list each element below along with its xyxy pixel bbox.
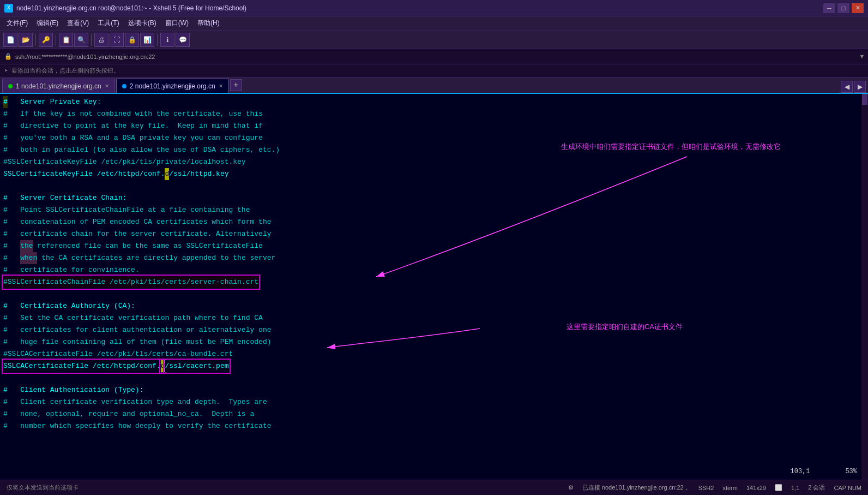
size-text: 141x29 — [746, 485, 766, 491]
line-14: # when the CA certificates are directly … — [3, 252, 868, 264]
line-2: # If the key is not combined with the ce… — [3, 108, 868, 120]
toolbar-key[interactable]: 🔑 — [39, 33, 53, 47]
add-tab-button[interactable]: + — [230, 79, 242, 91]
toolbar-open[interactable]: 📂 — [19, 33, 33, 47]
menu-edit[interactable]: 编辑(E) — [32, 17, 63, 29]
tab-1-close[interactable]: ✕ — [105, 83, 109, 89]
line-3: # directive to point at the key file. Ke… — [3, 120, 868, 132]
window-title: node101.yinzhengjie.org.cn root@node101:… — [16, 4, 246, 12]
toolbar-sep3 — [91, 34, 92, 46]
cursor-text: ⬜ — [775, 484, 782, 491]
line-18: # Certificate Authority (CA): — [3, 300, 868, 312]
tab-1[interactable]: 1 node101.yinzhengjie.org.cn ✕ — [2, 79, 115, 93]
line-20: # certificates for client authentication… — [3, 324, 868, 336]
terminal-wrapper: # Server Private Key: # If the key is no… — [0, 94, 868, 480]
line-24 — [3, 372, 868, 384]
line-23: SSLCACertificateFile /etc/httpd/conf.d/s… — [3, 360, 868, 372]
line-26: # Client certificate verification type a… — [3, 396, 868, 408]
toolbar-sep4 — [157, 34, 158, 46]
toolbar-new[interactable]: 📄 — [3, 33, 17, 47]
statusbar-left-text: 仅将文本发送到当前选项卡 — [7, 484, 79, 492]
term-text: xterm — [722, 485, 738, 491]
toolbar-find[interactable]: 🔍 — [74, 33, 88, 47]
cursor-position: 103,1 53% — [791, 468, 857, 475]
titlebar: X node101.yinzhengjie.org.cn root@node10… — [0, 0, 868, 16]
titlebar-left: X node101.yinzhengjie.org.cn root@node10… — [4, 4, 246, 13]
line-5: # both in parallel (to also allow the us… — [3, 144, 868, 156]
minimize-button[interactable]: ─ — [823, 3, 835, 13]
address-lock-icon: 🔒 — [4, 53, 12, 60]
statusbar-right: ⚙ 已连接 node101.yinzhengjie.org.cn:22， SSH… — [568, 484, 861, 492]
menu-window[interactable]: 窗口(W) — [161, 17, 193, 29]
address-dropdown-icon[interactable]: ▼ — [860, 53, 864, 60]
toolbar-sep2 — [56, 34, 56, 46]
line-4: # you've both a RSA and a DSA private ke… — [3, 132, 868, 144]
line-22: #SSLCACertificateFile /etc/pki/tls/certs… — [3, 348, 868, 360]
close-button[interactable]: ✕ — [852, 3, 864, 13]
infobar-text: 要添加当前会话，点击左侧的箭头按钮。 — [11, 67, 119, 75]
line-16: #SSLCertificateChainFile /etc/pki/tls/ce… — [3, 276, 868, 288]
info-arrow-icon: ➤ — [4, 67, 8, 74]
toolbar-screen[interactable]: ⛶ — [110, 33, 124, 47]
ssh-text: SSH2 — [698, 485, 714, 491]
line-28: # number which specifies how deeply to v… — [3, 420, 868, 432]
toolbar-copy[interactable]: 📋 — [59, 33, 73, 47]
line-9: # Server Certificate Chain: — [3, 192, 868, 204]
tab-2-close[interactable]: ✕ — [219, 83, 223, 89]
tab-next-button[interactable]: ▶ — [854, 81, 866, 93]
maximize-button[interactable]: □ — [837, 3, 849, 13]
line-19: # Set the CA certificate verification pa… — [3, 312, 868, 324]
line-21: # huge file containing all of them (file… — [3, 336, 868, 348]
line-25: # Client Authentication (Type): — [3, 384, 868, 396]
window-controls[interactable]: ─ □ ✕ — [823, 3, 864, 13]
infobar: ➤ 要添加当前会话，点击左侧的箭头按钮。 — [0, 64, 868, 77]
sessions-text: 2 会话 — [808, 484, 825, 492]
tab-nav: ◀ ▶ — [841, 81, 866, 93]
line-27: # none, optional, require and optional_n… — [3, 408, 868, 420]
tab-2-indicator — [122, 84, 126, 88]
line-7: SSLCertificateKeyFile /etc/httpd/conf.d/… — [3, 168, 868, 180]
app-window: X node101.yinzhengjie.org.cn root@node10… — [0, 0, 868, 495]
menu-help[interactable]: 帮助(H) — [193, 17, 224, 29]
tab-prev-button[interactable]: ◀ — [841, 81, 853, 93]
toolbar-info[interactable]: ℹ — [160, 33, 174, 47]
toolbar-monitor[interactable]: 📊 — [140, 33, 154, 47]
line-8 — [3, 180, 868, 192]
address-text: ssh://root:***********@node101.yinzhengj… — [15, 53, 857, 60]
toolbar: 📄 📂 🔑 📋 🔍 🖨 ⛶ 🔒 📊 ℹ 💬 — [0, 31, 868, 49]
toolbar-sep1 — [35, 34, 36, 46]
menu-tools[interactable]: 工具(T) — [93, 17, 123, 29]
tab-2-label: 2 node101.yinzhengjie.org.cn — [130, 82, 215, 90]
line-13: # the referenced file can be the same as… — [3, 240, 868, 252]
caps-text: CAP NUM — [834, 485, 861, 491]
line-12: # certificate chain for the server certi… — [3, 228, 868, 240]
tab-2[interactable]: 2 node101.yinzhengjie.org.cn ✕ — [116, 79, 229, 93]
tab-1-label: 1 node101.yinzhengjie.org.cn — [16, 82, 101, 90]
toolbar-chat[interactable]: 💬 — [176, 33, 190, 47]
tab-1-indicator — [8, 84, 13, 88]
menu-tabs[interactable]: 选项卡(B) — [124, 17, 161, 29]
menu-file[interactable]: 文件(F) — [2, 17, 32, 29]
line-17 — [3, 288, 868, 300]
line-15: # certificate for convinience. — [3, 264, 868, 276]
line-11: # concatenation of PEM encoded CA certif… — [3, 216, 868, 228]
connection-text: 已连接 node101.yinzhengjie.org.cn:22， — [582, 484, 690, 492]
scrollbar[interactable] — [861, 94, 868, 480]
app-icon: X — [4, 4, 13, 13]
statusbar: 仅将文本发送到当前选项卡 ⚙ 已连接 node101.yinzhengjie.o… — [0, 480, 868, 495]
menubar: 文件(F) 编辑(E) 查看(V) 工具(T) 选项卡(B) 窗口(W) 帮助(… — [0, 16, 868, 31]
addressbar: 🔒 ssh://root:***********@node101.yinzhen… — [0, 49, 868, 64]
menu-view[interactable]: 查看(V) — [63, 17, 93, 29]
line-1: # Server Private Key: — [3, 96, 868, 108]
connection-icon: ⚙ — [568, 484, 574, 491]
line-10: # Point SSLCertificateChainFile at a fil… — [3, 204, 868, 216]
terminal-content: # Server Private Key: # If the key is no… — [3, 96, 868, 432]
scrollbar-thumb[interactable] — [862, 94, 867, 105]
terminal[interactable]: # Server Private Key: # If the key is no… — [0, 94, 868, 480]
tabbar: 1 node101.yinzhengjie.org.cn ✕ 2 node101… — [0, 77, 868, 94]
cursor-pos: 1,1 — [791, 485, 799, 491]
toolbar-print[interactable]: 🖨 — [94, 33, 108, 47]
toolbar-lock[interactable]: 🔒 — [125, 33, 139, 47]
line-6: #SSLCertificateKeyFile /etc/pki/tls/priv… — [3, 156, 868, 168]
